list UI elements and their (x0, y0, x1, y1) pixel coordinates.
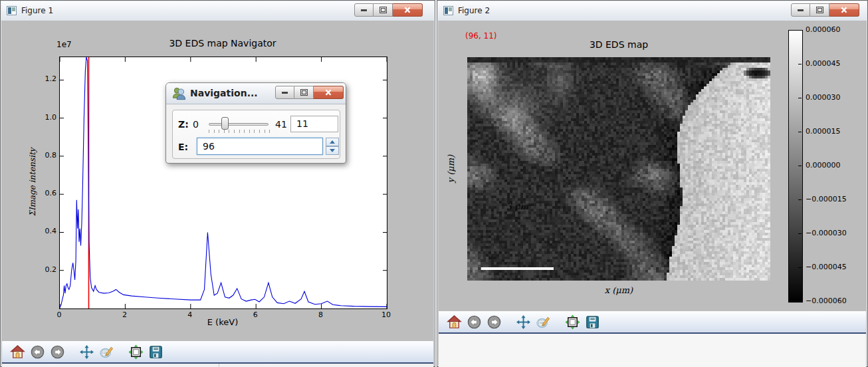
figure1-toolbar (2, 341, 433, 362)
titlebar-figure1[interactable]: Figure 1 (1, 1, 434, 21)
x-tick-label: 8 (308, 310, 334, 319)
pan-button[interactable] (78, 343, 95, 360)
colorbar-tick-label: 0.000000 (806, 161, 841, 170)
maximize-icon (816, 7, 823, 13)
maximize-button[interactable] (810, 3, 829, 17)
figure1-statusbar (2, 364, 433, 367)
z-slider[interactable] (209, 123, 269, 126)
subplots-button[interactable] (564, 313, 581, 330)
close-icon (840, 7, 848, 13)
dialog-minimize-button[interactable] (275, 86, 294, 99)
close-icon (403, 7, 411, 13)
zoom-edit-button[interactable] (98, 343, 115, 360)
x-tick-label: 4 (177, 310, 203, 319)
window-title: Figure 1 (21, 6, 53, 15)
back-icon (30, 344, 45, 360)
colorbar-tick (798, 132, 802, 132)
close-button[interactable] (829, 3, 859, 17)
y-tick-label: 0.8 (26, 151, 56, 160)
maximize-icon (380, 7, 387, 13)
colorbar-tick-label: −0.000060 (806, 297, 847, 305)
save-button[interactable] (584, 313, 601, 330)
colorbar-tick (798, 98, 802, 98)
zoom-edit-icon (99, 344, 114, 360)
z-slider-ticks (209, 130, 270, 133)
dialog-close-button[interactable] (314, 86, 344, 99)
minimize-icon (361, 9, 367, 11)
subplots-button[interactable] (127, 343, 144, 360)
scalebar-label: 3 μm (481, 201, 554, 211)
colorbar (788, 30, 803, 303)
z-min-label: 0 (193, 119, 199, 130)
subplots-icon (565, 314, 580, 330)
save-icon (148, 344, 163, 360)
forward-button[interactable] (49, 343, 66, 360)
x-axis-label: E (keV) (59, 317, 386, 327)
minimize-button[interactable] (791, 3, 810, 17)
plot-title: 3D EDS map Navigator (59, 38, 386, 49)
home-button[interactable] (9, 343, 26, 360)
x-axis-label: x (μm) (467, 285, 770, 295)
e-value-input[interactable]: 96 (197, 138, 323, 155)
pan-button[interactable] (514, 313, 532, 330)
back-button[interactable] (29, 343, 46, 360)
x-tick-label: 2 (111, 310, 138, 319)
colorbar-tick (798, 267, 802, 268)
home-icon (447, 314, 462, 330)
window-figure2: Figure 2 (96, 11) 3D EDS map y (μm) x (μ… (437, 0, 868, 367)
close-button[interactable] (393, 3, 423, 17)
z-slider-handle[interactable] (221, 117, 229, 130)
minimize-button[interactable] (354, 3, 374, 17)
zoom-edit-button[interactable] (534, 313, 552, 330)
colorbar-tick-label: 0.000060 (806, 25, 841, 34)
y-tick-label: 1.2 (26, 74, 56, 83)
home-icon (10, 344, 25, 360)
spinner-up-button[interactable] (326, 138, 339, 146)
eds-map-image[interactable] (467, 57, 770, 281)
home-button[interactable] (445, 313, 463, 330)
colorbar-tick-label: 0.000015 (806, 127, 841, 136)
maximize-button[interactable] (374, 3, 393, 17)
window-figure1: Figure 1 3D EDS map Navigator 1e7 ΣImage… (0, 0, 435, 367)
y-tick-label: 1.0 (26, 113, 56, 122)
forward-icon (487, 314, 502, 330)
matplotlib-window-icon (7, 6, 17, 15)
colorbar-tick (798, 64, 802, 64)
colorbar-tick-label: 0.000030 (806, 93, 841, 102)
down-arrow-icon (330, 149, 335, 152)
navigator-dialog: Navigation... Z: 0 41 1 (165, 82, 346, 164)
figure2-toolbar (439, 311, 866, 332)
z-value-input[interactable]: 11 (290, 116, 338, 132)
users-icon (171, 86, 187, 101)
figure1-canvas[interactable]: 3D EDS map Navigator 1e7 ΣImage intensit… (2, 21, 433, 340)
dialog-maximize-button[interactable] (294, 86, 314, 99)
up-arrow-icon (330, 140, 335, 144)
plot-title: 3D EDS map (467, 39, 770, 50)
y-axis-label: y (μm) (446, 155, 456, 183)
back-button[interactable] (465, 313, 483, 330)
titlebar-figure2[interactable]: Figure 2 (438, 1, 867, 21)
save-button[interactable] (147, 343, 164, 360)
colorbar-tick-label: −0.000045 (806, 263, 847, 271)
forward-icon (50, 344, 65, 360)
close-icon (324, 89, 332, 96)
y-tick-label: 0.6 (26, 189, 56, 197)
figure2-canvas[interactable]: (96, 11) 3D EDS map y (μm) x (μm) 3 μm 0… (439, 21, 866, 310)
save-icon (585, 314, 600, 330)
colorbar-tick (798, 30, 802, 31)
matplotlib-window-icon (443, 6, 453, 15)
forward-button[interactable] (485, 313, 502, 330)
pan-icon (79, 344, 94, 360)
colorbar-tick-label: −0.000030 (806, 229, 847, 237)
colorbar-tick (798, 233, 802, 234)
spinner-down-button[interactable] (326, 146, 339, 155)
minimize-icon (282, 92, 288, 94)
minimize-icon (798, 9, 804, 11)
colorbar-tick (798, 301, 802, 302)
figure2-statusbar (439, 334, 866, 367)
offset-label: 1e7 (56, 40, 72, 49)
e-label: E: (178, 142, 188, 152)
maximize-icon (300, 89, 308, 96)
colorbar-tick (798, 166, 802, 166)
dialog-titlebar[interactable]: Navigation... (166, 83, 346, 104)
